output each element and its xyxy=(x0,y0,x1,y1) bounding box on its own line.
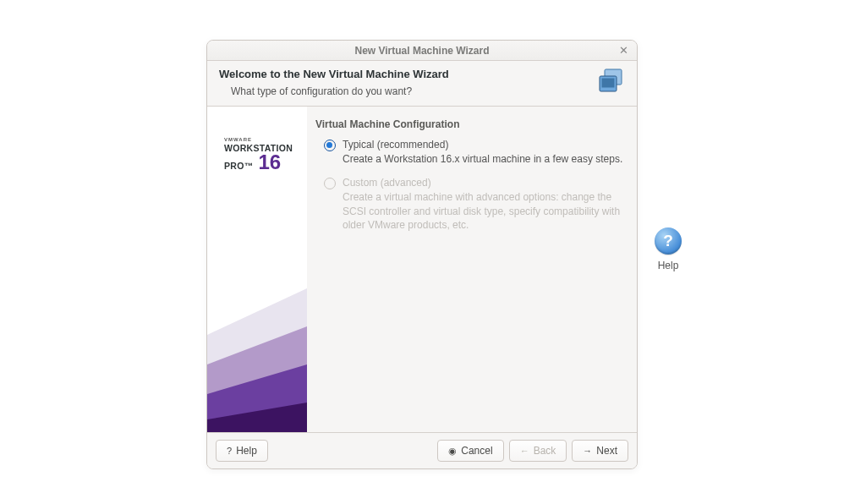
desktop-help-shortcut[interactable]: ? Help xyxy=(655,227,682,271)
help-button[interactable]: ? Help xyxy=(216,440,268,462)
arrow-left-icon: ← xyxy=(520,446,529,456)
arrow-right-icon: → xyxy=(583,446,592,456)
help-button-label: Help xyxy=(236,445,257,457)
back-button: ← Back xyxy=(509,440,567,462)
option-custom-label: Custom (advanced) xyxy=(343,177,623,189)
header-text: Welcome to the New Virtual Machine Wizar… xyxy=(219,68,449,97)
close-icon[interactable]: ✕ xyxy=(617,43,630,57)
help-circle-icon: ? xyxy=(655,227,682,255)
next-button-label: Next xyxy=(596,445,617,457)
cancel-button[interactable]: ◉ Cancel xyxy=(437,440,503,462)
dialog-header: Welcome to the New Virtual Machine Wizar… xyxy=(207,61,637,107)
config-panel: Virtual Machine Configuration Typical (r… xyxy=(307,107,637,432)
radio-custom[interactable] xyxy=(324,178,336,189)
radio-typical[interactable] xyxy=(324,140,336,151)
cancel-icon: ◉ xyxy=(448,446,457,457)
option-typical-desc: Create a Workstation 16.x virtual machin… xyxy=(343,152,622,167)
vm-icon xyxy=(596,68,625,96)
svg-rect-2 xyxy=(602,79,615,88)
option-custom[interactable]: Custom (advanced) Create a virtual machi… xyxy=(315,177,623,233)
option-typical[interactable]: Typical (recommended) Create a Workstati… xyxy=(315,139,623,167)
desktop-help-label: Help xyxy=(658,260,679,271)
vmware-logo: VMWARE WORKSTATION PRO™ 16 xyxy=(224,137,293,172)
header-subheading: What type of configuration do you want? xyxy=(231,85,449,97)
next-button[interactable]: → Next xyxy=(572,440,628,462)
banner-graphic xyxy=(207,212,307,432)
header-heading: Welcome to the New Virtual Machine Wizar… xyxy=(219,68,449,80)
dialog-title: New Virtual Machine Wizard xyxy=(354,45,489,57)
option-typical-label: Typical (recommended) xyxy=(343,139,622,151)
dialog-footer: ? Help ◉ Cancel ← Back → Next xyxy=(207,433,637,468)
back-button-label: Back xyxy=(534,445,556,457)
option-custom-desc: Create a virtual machine with advanced o… xyxy=(343,190,623,233)
banner-vmware-text: VMWARE xyxy=(224,137,293,142)
cancel-button-label: Cancel xyxy=(461,445,492,457)
new-vm-wizard-dialog: New Virtual Machine Wizard ✕ Welcome to … xyxy=(206,40,638,469)
banner-version-text: 16 xyxy=(258,153,281,172)
banner-pro-text: PRO™ xyxy=(224,161,253,171)
dialog-body: VMWARE WORKSTATION PRO™ 16 Virtual Machi… xyxy=(207,107,637,433)
config-section-title: Virtual Machine Configuration xyxy=(315,118,623,130)
side-banner: VMWARE WORKSTATION PRO™ 16 xyxy=(207,107,307,432)
help-icon: ? xyxy=(227,446,232,456)
dialog-titlebar[interactable]: New Virtual Machine Wizard ✕ xyxy=(207,41,637,61)
